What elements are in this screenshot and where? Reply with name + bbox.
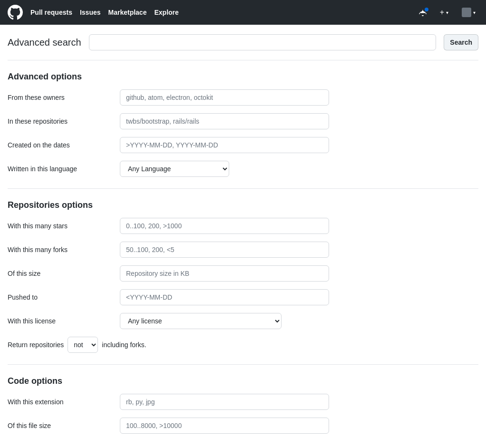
created-dates-label: Created on the dates: [8, 141, 112, 149]
from-owners-row: From these owners: [8, 89, 478, 106]
stars-input[interactable]: [120, 218, 329, 234]
divider-1: [8, 188, 478, 189]
language-select[interactable]: Any Language JavaScript Python Java Type…: [120, 161, 229, 177]
size-row: Of this size: [8, 265, 478, 282]
extension-label: With this extension: [8, 398, 112, 406]
forks-label: With this many forks: [8, 246, 112, 253]
language-row: Written in this language Any Language Ja…: [8, 161, 478, 177]
notification-bell-button[interactable]: [416, 7, 429, 18]
in-repositories-input[interactable]: [120, 113, 329, 129]
new-item-button[interactable]: + ▾: [437, 6, 451, 19]
pushed-to-input[interactable]: [120, 289, 329, 305]
search-header: Advanced search Search: [8, 34, 478, 60]
search-input[interactable]: [89, 34, 437, 50]
license-select[interactable]: Any license Apache 2.0 MIT GPL v2 GPL v3…: [120, 313, 282, 329]
in-repositories-row: In these repositories: [8, 113, 478, 129]
notification-dot: [425, 8, 428, 11]
return-suffix: including forks.: [102, 341, 146, 349]
license-label: With this license: [8, 317, 112, 325]
file-size-input[interactable]: [120, 418, 329, 434]
avatar: [462, 8, 471, 17]
repositories-options-title: Repositories options: [8, 200, 478, 210]
divider-2: [8, 364, 478, 365]
created-dates-row: Created on the dates: [8, 137, 478, 153]
size-input[interactable]: [120, 265, 329, 282]
pushed-to-label: Pushed to: [8, 293, 112, 301]
size-label: Of this size: [8, 270, 112, 277]
forks-input[interactable]: [120, 242, 329, 258]
repositories-options-section: Repositories options With this many star…: [8, 200, 478, 353]
search-button[interactable]: Search: [444, 34, 478, 50]
nav-marketplace[interactable]: Marketplace: [108, 7, 147, 18]
forks-row: With this many forks: [8, 242, 478, 258]
nav-issues[interactable]: Issues: [80, 7, 101, 18]
page-container: Advanced search Search Advanced options …: [0, 25, 486, 448]
user-avatar-button[interactable]: ▾: [459, 6, 478, 19]
nav-pull-requests[interactable]: Pull requests: [30, 7, 72, 18]
file-size-label: Of this file size: [8, 422, 112, 429]
nav-explore[interactable]: Explore: [154, 7, 178, 18]
navbar: Pull requests Issues Marketplace Explore…: [0, 0, 486, 25]
code-options-title: Code options: [8, 376, 478, 386]
avatar-dropdown-icon: ▾: [473, 10, 476, 15]
created-dates-input[interactable]: [120, 137, 329, 153]
extension-row: With this extension: [8, 394, 478, 410]
plus-dropdown-icon: ▾: [446, 10, 448, 15]
in-repositories-label: In these repositories: [8, 117, 112, 125]
advanced-options-section: Advanced options From these owners In th…: [8, 72, 478, 177]
stars-label: With this many stars: [8, 222, 112, 230]
return-select[interactable]: not only: [68, 337, 98, 353]
from-owners-input[interactable]: [120, 89, 329, 106]
from-owners-label: From these owners: [8, 94, 112, 101]
page-title: Advanced search: [8, 37, 81, 48]
file-size-row: Of this file size: [8, 418, 478, 434]
plus-icon: +: [440, 8, 444, 17]
pushed-to-row: Pushed to: [8, 289, 478, 305]
code-options-section: Code options With this extension Of this…: [8, 376, 478, 434]
return-repositories-label: Return repositories: [8, 341, 64, 349]
github-logo-icon[interactable]: [8, 5, 23, 20]
language-label: Written in this language: [8, 165, 112, 173]
license-row: With this license Any license Apache 2.0…: [8, 313, 478, 329]
extension-input[interactable]: [120, 394, 329, 410]
stars-row: With this many stars: [8, 218, 478, 234]
advanced-options-title: Advanced options: [8, 72, 478, 82]
return-repositories-row: Return repositories not only including f…: [8, 337, 478, 353]
